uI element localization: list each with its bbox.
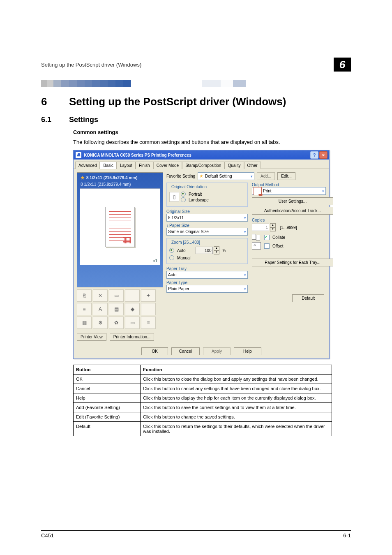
original-size-value: 8 1/2x11 (168, 215, 184, 220)
spin-down[interactable]: ▾ (214, 250, 219, 254)
row-function: Click this button to cancel any settings… (141, 384, 332, 393)
decor-stripe (41, 80, 351, 87)
output-method-label: Output Method (252, 183, 326, 187)
spin-down[interactable]: ▾ (270, 227, 276, 231)
tab-finish[interactable]: Finish (136, 162, 153, 169)
chapter-title-text: Setting up the PostScript driver (Window… (69, 95, 286, 108)
preview-zoom-label: x1 (153, 259, 157, 263)
offset-checkbox[interactable] (264, 243, 270, 249)
portrait-radio[interactable] (181, 192, 186, 197)
chevron-down-icon: ▾ (244, 216, 246, 220)
table-row: HelpClick this button to display the hel… (74, 393, 332, 403)
table-head-button: Button (74, 365, 141, 375)
grid-icon-13[interactable]: ✿ (109, 317, 124, 329)
title-bar: 🖶 KONICA MINOLTA C650 Series PS Printing… (74, 150, 329, 160)
row-function: Click this button to save the current se… (141, 403, 332, 412)
chapter-title: 6Setting up the PostScript driver (Windo… (41, 95, 351, 108)
preview-icon-grid: ⎘ ✕ ▭ ✦ ≡ A ▤ ◆ ▦ ⚙ ✿ ▭ ≡ (77, 289, 163, 329)
breadcrumb: Setting up the PostScript driver (Window… (41, 62, 141, 68)
paper-settings-tray-button[interactable]: Paper Settings for Each Tray... (252, 259, 333, 266)
printer-view-button[interactable]: Printer View (77, 333, 106, 341)
table-head-function: Function (141, 365, 332, 375)
star-icon: ★ (199, 173, 203, 178)
edit-button[interactable]: Edit... (277, 172, 295, 180)
output-method-select[interactable]: Print ▾ (252, 187, 326, 195)
landscape-label: Landscape (189, 198, 209, 202)
table-row: Edit (Favorite Setting)Click this button… (74, 412, 332, 422)
user-settings-button[interactable]: User Settings... (252, 197, 333, 205)
tab-basic[interactable]: Basic (100, 162, 116, 169)
zoom-legend: Zoom [25...400] (170, 240, 201, 245)
paper-type-select[interactable]: Plain Paper▾ (166, 285, 248, 293)
section-heading: 6.1Settings (41, 116, 351, 124)
paper-tray-select[interactable]: Auto▾ (166, 271, 248, 279)
zoom-group: Zoom [25...400] Auto 100 ▴▾ % Manual (166, 238, 248, 264)
section-number: 6.1 (41, 116, 69, 124)
grid-icon-15[interactable]: ≡ (141, 317, 156, 329)
grid-icon-5[interactable]: ✦ (141, 289, 156, 302)
collate-label: Collate (272, 235, 285, 240)
chapter-number: 6 (41, 95, 69, 108)
zoom-manual-radio[interactable] (169, 255, 174, 260)
offset-icon (252, 242, 261, 250)
tab-stamp[interactable]: Stamp/Composition (182, 162, 224, 169)
paper-size-text: Paper Size (169, 223, 189, 228)
help-button[interactable]: Help (234, 347, 261, 355)
zoom-value-input[interactable]: 100 (196, 247, 213, 254)
default-button[interactable]: Default (292, 294, 324, 302)
collate-checkbox[interactable] (264, 235, 270, 240)
favorite-setting-label: Favorite Setting (166, 174, 195, 178)
grid-icon-8[interactable]: ▤ (109, 303, 124, 315)
body-paragraph: The following describes the common setti… (73, 139, 351, 146)
cancel-button[interactable]: Cancel (171, 347, 200, 355)
tab-covermode[interactable]: Cover Mode (153, 162, 182, 169)
help-button[interactable]: ? (310, 151, 318, 159)
printer-information-button[interactable]: Printer Information... (110, 333, 154, 341)
favorite-setting-select[interactable]: ★Default Setting ▾ (198, 172, 254, 180)
tab-quality[interactable]: Quality (224, 162, 244, 169)
table-row: Add (Favorite Setting)Click this button … (74, 403, 332, 412)
apply-button[interactable]: Apply (203, 347, 231, 355)
copies-input[interactable]: 1 (252, 224, 269, 231)
grid-icon-2[interactable]: ✕ (93, 289, 108, 302)
collate-icon (252, 234, 261, 240)
orientation-icon: ▯ (169, 192, 179, 202)
add-button[interactable]: Add... (257, 172, 275, 180)
paper-tray-value: Auto (168, 273, 177, 277)
original-size-select[interactable]: 8 1/2x11▾ (166, 214, 248, 222)
grid-icon-14[interactable]: ▭ (125, 317, 140, 329)
chevron-down-icon: ▾ (251, 174, 253, 178)
copies-label: Copies (252, 218, 326, 222)
spin-up[interactable]: ▴ (214, 246, 219, 250)
grid-icon-11[interactable]: ▦ (77, 317, 92, 329)
grid-icon-9[interactable]: ◆ (125, 303, 140, 315)
table-row: DefaultClick this button to return the s… (74, 422, 332, 436)
spin-up[interactable]: ▴ (270, 223, 276, 227)
grid-icon-3[interactable]: ▭ (109, 289, 124, 302)
ok-button[interactable]: OK (141, 347, 168, 355)
row-button: Edit (Favorite Setting) (74, 412, 141, 422)
arrow-down-icon: ↓ (166, 223, 168, 228)
paper-icon (105, 207, 135, 247)
grid-icon-6[interactable]: ≡ (77, 303, 92, 315)
zoom-manual-label: Manual (177, 256, 191, 260)
window-title: KONICA MINOLTA C650 Series PS Printing P… (84, 153, 191, 157)
star-icon: ★ (81, 175, 85, 180)
button-function-table: Button Function OKClick this button to c… (73, 365, 332, 436)
tab-advanced[interactable]: Advanced (75, 162, 100, 169)
landscape-radio[interactable] (181, 197, 186, 202)
paper-size-select[interactable]: Same as Original Size▾ (166, 228, 248, 236)
grid-icon-4[interactable] (125, 289, 140, 302)
section-title-text: Settings (69, 116, 98, 124)
footer-right: 6-1 (343, 532, 351, 539)
grid-icon-7[interactable]: A (93, 303, 108, 315)
grid-icon-1[interactable]: ⎘ (77, 289, 92, 302)
auth-track-button[interactable]: Authentication/Account Track... (252, 207, 333, 215)
grid-icon-10[interactable] (141, 303, 156, 315)
zoom-unit: % (223, 248, 226, 253)
tab-layout[interactable]: Layout (117, 162, 136, 169)
zoom-auto-radio[interactable] (169, 248, 174, 253)
tab-other[interactable]: Other (244, 162, 261, 169)
grid-icon-12[interactable]: ⚙ (93, 317, 108, 329)
close-button[interactable]: × (319, 151, 327, 159)
